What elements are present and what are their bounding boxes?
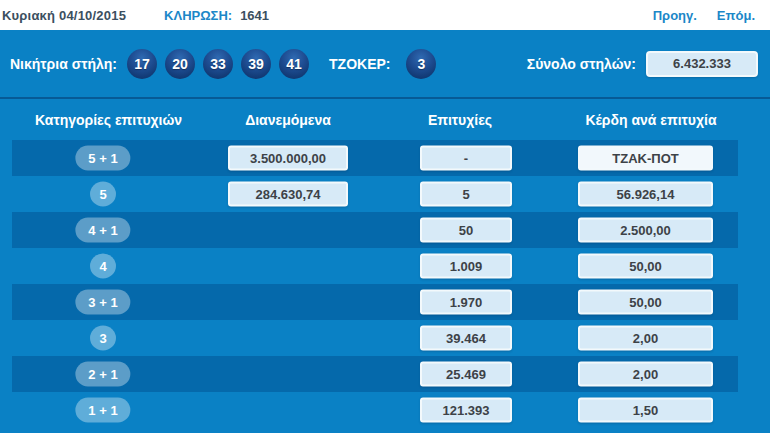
winnings-value: 56.926,14 — [578, 182, 713, 207]
results-table-header: Κατηγορίες επιτυχιών Διανεμόμενα Επιτυχί… — [0, 99, 770, 140]
header-category: Κατηγορίες επιτυχιών — [35, 112, 182, 128]
hits-value: - — [420, 146, 512, 171]
winnings-value: 2,00 — [578, 326, 713, 351]
hits-value: 1.970 — [420, 290, 512, 315]
category-badge: 3 — [90, 326, 116, 351]
category-badge: 4 + 1 — [75, 218, 130, 243]
winning-numbers-band: Νικήτρια στήλη: 17 20 33 39 41 ΤΖΟΚΕΡ: 3… — [0, 30, 770, 97]
winning-number-balls: 17 20 33 39 41 — [127, 49, 309, 79]
winnings-value: 50,00 — [578, 254, 713, 279]
table-row: 4 + 1 50 2.500,00 — [0, 212, 770, 248]
header-winnings: Κέρδη ανά επιτυχία — [585, 112, 716, 128]
number-ball: 33 — [203, 49, 233, 79]
table-row: 1 + 1 121.393 1,50 — [0, 392, 770, 428]
header-distributed: Διανεμόμενα — [245, 112, 331, 128]
hits-value: 25.469 — [420, 362, 512, 387]
draw-label: ΚΛΗΡΩΣΗ: — [164, 8, 232, 23]
columns-total-label: Σύνολο στηλών: — [527, 56, 636, 72]
table-row: 2 + 1 25.469 2,00 — [0, 356, 770, 392]
hits-value: 1.009 — [420, 254, 512, 279]
distributed-value: 284.630,74 — [228, 182, 348, 207]
header-hits: Επιτυχίες — [428, 112, 492, 128]
draw-date: Κυριακή 04/10/2015 — [2, 8, 126, 23]
table-row: 4 1.009 50,00 — [0, 248, 770, 284]
winnings-value: ΤΖΑΚ-ΠΟΤ — [578, 146, 713, 171]
category-badge: 2 + 1 — [75, 362, 130, 387]
joker-ball: 3 — [406, 49, 436, 79]
number-ball: 17 — [127, 49, 157, 79]
category-badge: 5 — [90, 182, 116, 207]
next-draw-link[interactable]: Επόμ. — [717, 8, 755, 23]
hits-value: 5 — [420, 182, 512, 207]
joker-results-page: Κυριακή 04/10/2015 ΚΛΗΡΩΣΗ: 1641 Προηγ. … — [0, 0, 770, 433]
hits-value: 39.464 — [420, 326, 512, 351]
previous-draw-link[interactable]: Προηγ. — [653, 8, 697, 23]
hits-value: 121.393 — [420, 398, 512, 423]
table-row: 5 + 1 3.500.000,00 - ΤΖΑΚ-ΠΟΤ — [0, 140, 770, 176]
table-row: 3 + 1 1.970 50,00 — [0, 284, 770, 320]
category-badge: 3 + 1 — [75, 290, 130, 315]
columns-total-value: 6.432.333 — [646, 51, 758, 77]
winning-column-label: Νικήτρια στήλη: — [10, 56, 117, 72]
draw-number: 1641 — [240, 8, 269, 23]
number-ball: 41 — [279, 49, 309, 79]
category-badge: 1 + 1 — [75, 398, 130, 423]
category-badge: 4 — [90, 254, 116, 279]
winnings-value: 2.500,00 — [578, 218, 713, 243]
category-badge: 5 + 1 — [75, 146, 130, 171]
joker-label: ΤΖΟΚΕΡ: — [329, 56, 390, 72]
distributed-value: 3.500.000,00 — [228, 146, 348, 171]
hits-value: 50 — [420, 218, 512, 243]
draw-header-bar: Κυριακή 04/10/2015 ΚΛΗΡΩΣΗ: 1641 Προηγ. … — [0, 0, 770, 30]
winnings-value: 2,00 — [578, 362, 713, 387]
table-row: 3 39.464 2,00 — [0, 320, 770, 356]
winnings-value: 1,50 — [578, 398, 713, 423]
columns-total-group: Σύνολο στηλών: 6.432.333 — [527, 51, 770, 77]
number-ball: 39 — [241, 49, 271, 79]
number-ball: 20 — [165, 49, 195, 79]
draw-navigation: Προηγ. Επόμ. — [653, 8, 770, 23]
winnings-value: 50,00 — [578, 290, 713, 315]
table-row: 5 284.630,74 5 56.926,14 — [0, 176, 770, 212]
